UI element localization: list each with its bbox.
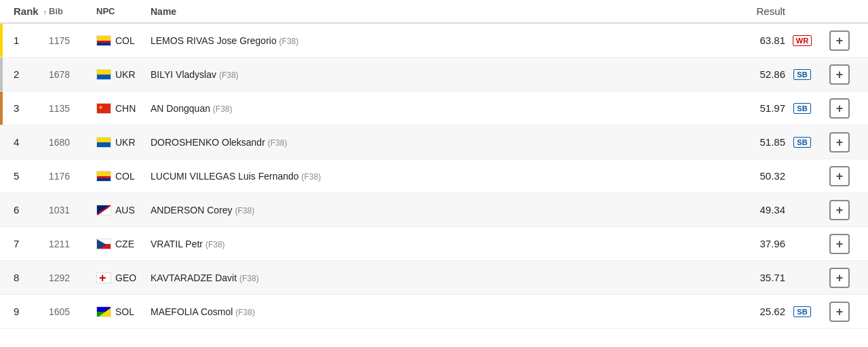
result-cell: 37.96 (717, 238, 785, 249)
event-code: (F38) (302, 172, 321, 182)
medal-bar (0, 24, 3, 57)
header-npc: NPC (96, 6, 151, 16)
badge-cell: SB (785, 306, 819, 317)
bib-cell: 1176 (49, 171, 96, 182)
medal-bar (0, 91, 3, 125)
table-row: 51176COLLUCUMI VILLEGAS Luis Fernando (F… (0, 159, 868, 193)
header-result: Result (717, 5, 785, 17)
result-cell: 49.34 (717, 204, 785, 216)
record-badge: WR (793, 35, 812, 46)
bib-cell: 1605 (49, 306, 96, 317)
flag-icon (96, 306, 111, 317)
npc-code: UKR (115, 69, 136, 80)
add-button[interactable]: + (829, 132, 850, 152)
bib-cell: 1680 (49, 137, 96, 148)
header-rank[interactable]: Rank ↑ (8, 5, 49, 17)
rank-cell: 2 (8, 68, 49, 80)
name-cell: LEMOS RIVAS Jose Gregorio (F38) (151, 35, 717, 46)
rank-cell: 6 (8, 204, 49, 216)
record-badge: SB (793, 137, 810, 148)
medal-bar (0, 193, 3, 226)
action-cell: + (819, 200, 860, 220)
medal-bar (0, 261, 3, 294)
npc-cell: SOL (96, 306, 151, 317)
npc-code: CHN (115, 103, 136, 114)
table-row: 31135CHNAN Dongquan (F38)51.97SB+ (0, 91, 868, 125)
add-button[interactable]: + (829, 98, 850, 119)
result-cell: 51.85 (717, 136, 785, 148)
badge-cell: SB (785, 102, 819, 114)
bib-cell: 1175 (49, 35, 96, 46)
record-badge: SB (793, 103, 810, 114)
medal-bar (0, 125, 3, 159)
event-code: (F38) (219, 70, 239, 80)
npc-cell: UKR (96, 137, 151, 148)
action-cell: + (819, 98, 860, 119)
event-code: (F38) (235, 308, 255, 317)
badge-cell: WR (785, 35, 819, 46)
event-code: (F38) (205, 240, 225, 249)
event-code: (F38) (213, 104, 233, 114)
medal-bar (0, 227, 3, 260)
add-button[interactable]: + (829, 200, 850, 220)
flag-icon (96, 239, 111, 249)
table-row: 71211CZEVRATIL Petr (F38)37.96+ (0, 227, 868, 261)
npc-cell: CHN (96, 103, 151, 114)
add-button[interactable]: + (829, 64, 850, 85)
medal-bar (0, 58, 3, 91)
badge-cell: SB (785, 68, 819, 80)
action-cell: + (819, 302, 860, 322)
header-bib: Bib (49, 6, 96, 16)
table-row: 61031AUSANDERSON Corey (F38)49.34+ (0, 193, 868, 227)
npc-code: AUS (115, 205, 135, 216)
npc-cell: CZE (96, 239, 151, 249)
npc-code: GEO (115, 272, 136, 283)
flag-icon (96, 69, 111, 80)
record-badge: SB (793, 306, 810, 317)
add-button[interactable]: + (829, 234, 850, 254)
bib-cell: 1292 (49, 272, 96, 283)
npc-cell: UKR (96, 69, 151, 80)
add-button[interactable]: + (829, 166, 850, 186)
medal-bar (0, 295, 3, 328)
event-code: (F38) (235, 206, 254, 216)
table-row: 21678UKRBILYI Vladyslav (F38)52.86SB+ (0, 58, 868, 91)
action-cell: + (819, 234, 860, 254)
rank-cell: 1 (8, 35, 49, 46)
flag-icon (96, 103, 111, 114)
rank-cell: 7 (8, 238, 49, 249)
flag-icon (96, 272, 111, 283)
npc-cell: GEO (96, 272, 151, 283)
npc-cell: AUS (96, 205, 151, 216)
flag-icon (96, 137, 111, 148)
sort-arrow-rank: ↑ (43, 9, 47, 16)
table-row: 41680UKRDOROSHENKO Oleksandr (F38)51.85S… (0, 125, 868, 159)
bib-cell: 1678 (49, 69, 96, 80)
add-button[interactable]: + (829, 30, 850, 51)
add-button[interactable]: + (829, 268, 850, 288)
add-button[interactable]: + (829, 302, 850, 322)
flag-icon (96, 205, 111, 216)
bib-cell: 1211 (49, 239, 96, 249)
bib-cell: 1135 (49, 103, 96, 114)
name-cell: VRATIL Petr (F38) (151, 239, 717, 249)
name-cell: AN Dongquan (F38) (151, 103, 717, 114)
name-cell: LUCUMI VILLEGAS Luis Fernando (F38) (151, 171, 717, 182)
rank-cell: 3 (8, 102, 49, 114)
result-cell: 25.62 (717, 306, 785, 317)
rank-cell: 5 (8, 170, 49, 182)
action-cell: + (819, 166, 860, 186)
results-table: Rank ↑ Bib NPC Name Result 11175COLLEMOS… (0, 0, 868, 329)
result-cell: 51.97 (717, 102, 785, 114)
npc-cell: COL (96, 171, 151, 182)
name-cell: ANDERSON Corey (F38) (151, 205, 717, 216)
action-cell: + (819, 132, 860, 152)
npc-cell: COL (96, 35, 151, 46)
name-cell: MAEFOLIA Cosmol (F38) (151, 306, 717, 317)
npc-code: CZE (115, 239, 134, 249)
record-badge: SB (793, 69, 810, 80)
rank-cell: 4 (8, 136, 49, 148)
event-code: (F38) (239, 274, 259, 283)
table-body: 11175COLLEMOS RIVAS Jose Gregorio (F38)6… (0, 24, 868, 329)
npc-code: COL (115, 35, 135, 46)
